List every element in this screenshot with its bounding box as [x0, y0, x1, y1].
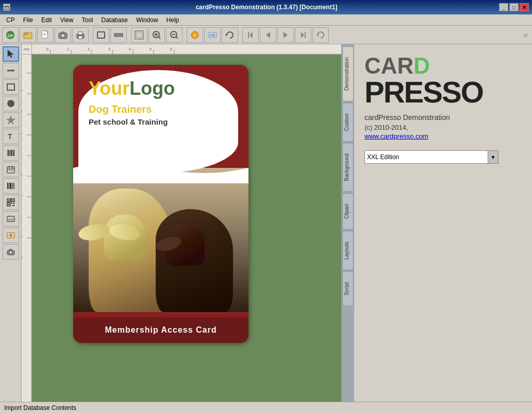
- demo-website[interactable]: www.cardpresso.com: [364, 132, 522, 140]
- ruler-top: 0 1 2 3 4 5 6: [32, 44, 341, 55]
- toolbar-db-last-button[interactable]: [295, 27, 311, 43]
- svg-rect-48: [11, 150, 12, 156]
- svg-text:3: 3: [108, 47, 110, 51]
- svg-line-26: [176, 37, 178, 39]
- main-area: T: [0, 44, 532, 402]
- toolbar-print-button[interactable]: [72, 27, 89, 43]
- svg-marker-39: [8, 50, 13, 58]
- edition-dropdown-arrow[interactable]: ▼: [488, 150, 498, 164]
- menu-cp[interactable]: CP: [2, 15, 19, 25]
- svg-text:6: 6: [170, 47, 172, 51]
- svg-line-23: [158, 37, 160, 39]
- close-button[interactable]: ✕: [520, 3, 529, 11]
- tool-text[interactable]: T: [3, 129, 19, 144]
- svg-text:3: 3: [22, 133, 23, 135]
- svg-rect-50: [13, 150, 14, 156]
- toolbox: T: [0, 44, 22, 402]
- toolbar-unknown2-button[interactable]: DB: [204, 27, 221, 43]
- right-content: CARD PRESSO cardPresso Demonstration (c)…: [354, 44, 532, 402]
- menu-file[interactable]: File: [19, 15, 37, 25]
- tool-select[interactable]: [3, 46, 19, 62]
- menu-database[interactable]: Database: [97, 15, 132, 25]
- toolbar-db-next-button[interactable]: [277, 27, 294, 43]
- svg-rect-55: [9, 170, 10, 171]
- card-bottom-bar: Membership Access Card: [73, 317, 248, 343]
- tool-barcode1[interactable]: [3, 145, 19, 161]
- minimize-button[interactable]: _: [499, 3, 508, 11]
- svg-rect-12: [61, 32, 64, 33]
- tool-ellipse[interactable]: [3, 96, 19, 111]
- svg-text:DB: DB: [209, 33, 215, 38]
- tool-barcode2[interactable]: [3, 178, 19, 194]
- toolbar-zoom-in-button[interactable]: [148, 27, 165, 43]
- menu-edit[interactable]: Edit: [37, 15, 56, 25]
- svg-rect-47: [10, 150, 10, 156]
- card-wave: [73, 158, 248, 183]
- toolbar-rect-button[interactable]: [93, 27, 109, 43]
- toolbar-unknown1-button[interactable]: !: [187, 27, 203, 43]
- menu-view[interactable]: View: [56, 15, 78, 25]
- svg-text:4: 4: [22, 153, 23, 156]
- toolbar-open-button[interactable]: [20, 27, 36, 43]
- svg-text:4: 4: [129, 47, 131, 51]
- edition-select[interactable]: XXL Edition XL Edition L Edition M Editi…: [364, 150, 488, 164]
- menu-help[interactable]: Help: [162, 15, 184, 25]
- svg-rect-41: [7, 84, 14, 90]
- menu-bar: CP File Edit View Tool Database Window H…: [0, 14, 532, 26]
- toolbar-db-first-button[interactable]: [242, 27, 259, 43]
- tool-calendar[interactable]: [3, 162, 19, 177]
- svg-rect-46: [8, 150, 9, 156]
- toolbar-zoom-fit-button[interactable]: [131, 27, 147, 43]
- menu-window[interactable]: Window: [132, 15, 162, 25]
- toolbar-db-refresh-button[interactable]: [312, 27, 329, 43]
- card-logo-your: Your: [89, 78, 129, 99]
- menu-tool[interactable]: Tool: [78, 15, 97, 25]
- svg-text:9: 9: [22, 256, 23, 259]
- tab-background[interactable]: Background: [342, 143, 354, 192]
- card-photo-area: [73, 168, 248, 312]
- svg-text:!: !: [194, 33, 196, 38]
- tab-custom[interactable]: Custom: [342, 102, 354, 142]
- tool-image[interactable]: [3, 211, 19, 227]
- cardpresso-logo: CARD PRESSO: [364, 55, 522, 107]
- card-bottom-text: Membership Access Card: [105, 325, 217, 335]
- toolbar-db-prev-button[interactable]: [260, 27, 276, 43]
- svg-text:1: 1: [22, 90, 23, 92]
- tab-layouts[interactable]: Layouts: [342, 231, 354, 270]
- svg-rect-5: [24, 33, 28, 35]
- card-logo-logo: Logo: [129, 78, 175, 99]
- tab-demonstration[interactable]: Demonstration: [342, 46, 354, 101]
- svg-rect-69: [8, 204, 9, 205]
- svg-rect-56: [10, 170, 11, 171]
- dog-dark-area: [151, 199, 243, 312]
- svg-rect-14: [78, 36, 82, 39]
- tab-script[interactable]: Script: [342, 271, 354, 306]
- svg-rect-80: [9, 249, 12, 251]
- title-bar: cardPresso Demonstration (1.3.47) [Docum…: [0, 0, 532, 14]
- toolbar-rotate-button[interactable]: [222, 27, 238, 43]
- canvas-area[interactable]: mm 0 1 2 3 4 5: [22, 44, 341, 402]
- toolbar-camera-button[interactable]: [55, 27, 71, 43]
- svg-rect-19: [137, 32, 142, 38]
- svg-text:2: 2: [22, 110, 23, 112]
- svg-marker-34: [266, 32, 270, 38]
- tool-camera[interactable]: [3, 244, 19, 260]
- tool-star[interactable]: [3, 112, 19, 128]
- toolbar-zoom-out-button[interactable]: [166, 27, 182, 43]
- tool-qr[interactable]: [3, 195, 19, 210]
- tool-line-h[interactable]: [3, 63, 19, 78]
- status-bar: Import Database Contents: [0, 402, 532, 413]
- svg-text:6: 6: [22, 195, 23, 197]
- tool-rect[interactable]: [3, 79, 19, 95]
- toolbar-more-icon: »: [523, 30, 530, 40]
- svg-rect-1: [5, 6, 9, 7]
- toolbar-stripe-button[interactable]: [110, 27, 127, 43]
- card-container: YourLogo Dog Trainers Pet school & Train…: [73, 65, 248, 343]
- tab-clipart[interactable]: Clipart: [342, 193, 354, 230]
- svg-rect-67: [12, 200, 13, 201]
- maximize-button[interactable]: □: [509, 3, 519, 11]
- toolbar-cp-button[interactable]: CP: [2, 27, 19, 43]
- tool-photo1[interactable]: [3, 228, 19, 243]
- svg-text:7: 7: [22, 215, 23, 217]
- toolbar-new-button[interactable]: [37, 27, 54, 43]
